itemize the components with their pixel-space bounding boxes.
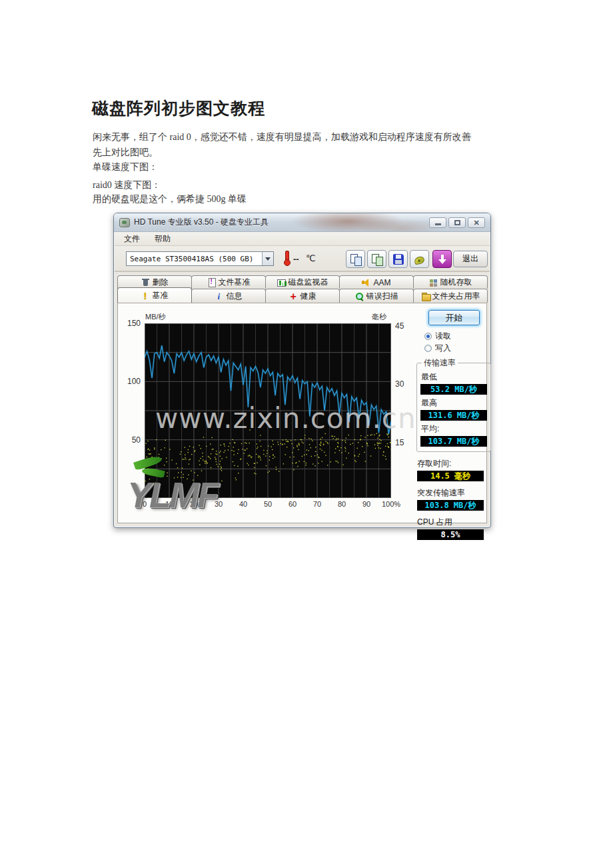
left-axis-tick: 50 — [121, 435, 141, 445]
burst-rate-label: 突发传输速率 — [417, 487, 491, 499]
stats-panel: 开始 读取 写入 传输速率 最低 53.2 MB/秒 最高 131.6 MB/秒… — [415, 309, 491, 540]
copy-image-icon — [371, 253, 383, 265]
paragraph-3: 单碟速度下图： — [93, 161, 466, 173]
trash-icon — [141, 278, 150, 287]
maximize-icon — [454, 220, 460, 225]
x-axis-tick: 90 — [362, 500, 370, 508]
tab-label: 基准 — [153, 290, 169, 301]
menu-file[interactable]: 文件 — [124, 233, 140, 245]
benchmark-icon — [141, 291, 150, 300]
tab-row-secondary: 删除文件基准磁盘监视器AAM随机存取 — [117, 275, 487, 289]
tab-label: 文件基准 — [219, 277, 251, 288]
tab-error-scan[interactable]: 错误扫描 — [339, 289, 414, 303]
tab-strip: 删除文件基准磁盘监视器AAM随机存取 基准信息健康错误扫描文件夹占用率 — [117, 275, 487, 303]
x-axis-tick: 80 — [338, 500, 346, 508]
info-icon — [215, 292, 224, 301]
speaker-icon — [362, 279, 370, 287]
drive-select[interactable]: Seagate ST3500418AS (500 GB) — [126, 251, 274, 266]
page-title: 磁盘阵列初步图文教程 — [92, 97, 265, 119]
right-axis-title: 毫秒 — [372, 312, 386, 322]
window-controls: ✕ — [429, 217, 485, 228]
folder-usage-icon — [421, 293, 430, 301]
max-label: 最高 — [421, 397, 487, 409]
paragraph-1: 闲来无事，组了个 raid 0，感觉还不错，速度有明显提高，加载游戏和启动程序速… — [93, 131, 466, 143]
radio-write-label: 写入 — [435, 343, 451, 354]
radio-write-icon — [424, 345, 432, 352]
minimize-icon — [435, 223, 441, 225]
burst-rate-value: 103.8 MB/秒 — [417, 500, 484, 511]
app-icon — [119, 218, 130, 227]
minimize-button[interactable] — [429, 217, 446, 228]
tab-folder-usage[interactable]: 文件夹占用率 — [413, 289, 488, 303]
menu-help[interactable]: 帮助 — [155, 233, 171, 245]
min-label: 最低 — [421, 371, 487, 383]
tab-label: 删除 — [153, 277, 169, 288]
access-time-value: 14.5 毫秒 — [417, 471, 484, 481]
tab-label: 健康 — [301, 291, 316, 302]
avg-label: 平均: — [421, 423, 487, 435]
radio-write[interactable]: 写入 — [424, 343, 491, 353]
x-axis-tick: 60 — [289, 500, 297, 508]
tab-info[interactable]: 信息 — [191, 289, 266, 303]
left-axis-title: MB/秒 — [145, 312, 166, 322]
window-title: HD Tune 专业版 v3.50 - 硬盘专业工具 — [134, 217, 269, 228]
menu-bar: 文件 帮助 — [115, 232, 490, 246]
start-button[interactable]: 开始 — [428, 310, 480, 325]
cpu-usage-label: CPU 占用 — [417, 517, 491, 528]
tab-benchmark[interactable]: 基准 — [117, 287, 192, 303]
radio-read-label: 读取 — [435, 331, 451, 342]
temperature-value: -- — [293, 254, 299, 264]
chart-svg — [145, 323, 391, 498]
tab-health[interactable]: 健康 — [265, 289, 340, 303]
paragraph-5: 用的硬盘呢是这个，俩希捷 500g 单碟 — [93, 193, 466, 205]
hdtune-window: HD Tune 专业版 v3.50 - 硬盘专业工具 ✕ 文件 帮助 Seaga… — [113, 213, 491, 528]
left-axis-tick: 100 — [121, 377, 141, 386]
close-icon: ✕ — [473, 219, 479, 226]
tab-speaker[interactable]: AAM — [339, 275, 414, 289]
tab-file-benchmark[interactable]: 文件基准 — [191, 275, 266, 289]
download-button[interactable] — [432, 250, 452, 268]
copy-image-button[interactable] — [367, 250, 386, 268]
error-scan-icon — [355, 292, 364, 301]
right-axis-tick: 30 — [395, 379, 415, 389]
right-axis-tick: 15 — [395, 438, 415, 447]
chevron-down-icon — [262, 252, 273, 265]
x-axis-tick: 70 — [313, 500, 321, 508]
x-axis-tick: 30 — [215, 500, 223, 508]
save-icon — [393, 254, 404, 265]
temperature-unit: ℃ — [306, 253, 316, 263]
exit-button[interactable]: 退出 — [453, 251, 488, 267]
paragraph-2: 先上对比图吧。 — [93, 147, 466, 159]
tab-label: 磁盘监视器 — [289, 277, 328, 288]
radio-read-icon — [424, 333, 432, 340]
tab-random-access[interactable]: 随机存取 — [413, 275, 488, 289]
tab-disk-monitor[interactable]: 磁盘监视器 — [265, 275, 340, 289]
download-arrow-icon — [436, 253, 448, 265]
avg-value: 103.7 MB/秒 — [420, 436, 487, 447]
tab-label: 错误扫描 — [366, 291, 398, 302]
min-value: 53.2 MB/秒 — [420, 384, 487, 395]
radio-read[interactable]: 读取 — [424, 331, 491, 341]
close-button[interactable]: ✕ — [468, 217, 485, 228]
health-icon — [289, 292, 298, 301]
window-titlebar[interactable]: HD Tune 专业版 v3.50 - 硬盘专业工具 ✕ — [114, 213, 490, 232]
disk-monitor-icon — [277, 279, 286, 287]
transfer-rate-title: 传输速率 — [422, 357, 458, 369]
right-axis-tick: 45 — [395, 321, 415, 331]
left-axis-tick: 150 — [121, 319, 141, 328]
tab-label: AAM — [373, 278, 390, 287]
transfer-rate-group: 传输速率 最低 53.2 MB/秒 最高 131.6 MB/秒 平均: 103.… — [416, 357, 491, 452]
options-button[interactable] — [410, 250, 429, 268]
benchmark-panel: MB/秒 毫秒 15010050 453015 0102030405060708… — [117, 303, 487, 523]
maximize-button[interactable] — [448, 217, 466, 228]
toolbar: Seagate ST3500418AS (500 GB) -- ℃ 退出 — [115, 246, 490, 272]
tab-label: 文件夹占用率 — [432, 291, 480, 302]
tab-trash[interactable]: 删除 — [117, 275, 192, 289]
save-screenshot-button[interactable] — [388, 250, 408, 268]
drive-select-value: Seagate ST3500418AS (500 GB) — [130, 255, 253, 263]
copy-text-button[interactable] — [346, 250, 365, 268]
access-time-label: 存取时间: — [417, 458, 491, 469]
x-axis-tick: 0 — [143, 500, 147, 508]
tab-label: 随机存取 — [440, 277, 472, 288]
x-axis-tick: 40 — [239, 500, 247, 508]
